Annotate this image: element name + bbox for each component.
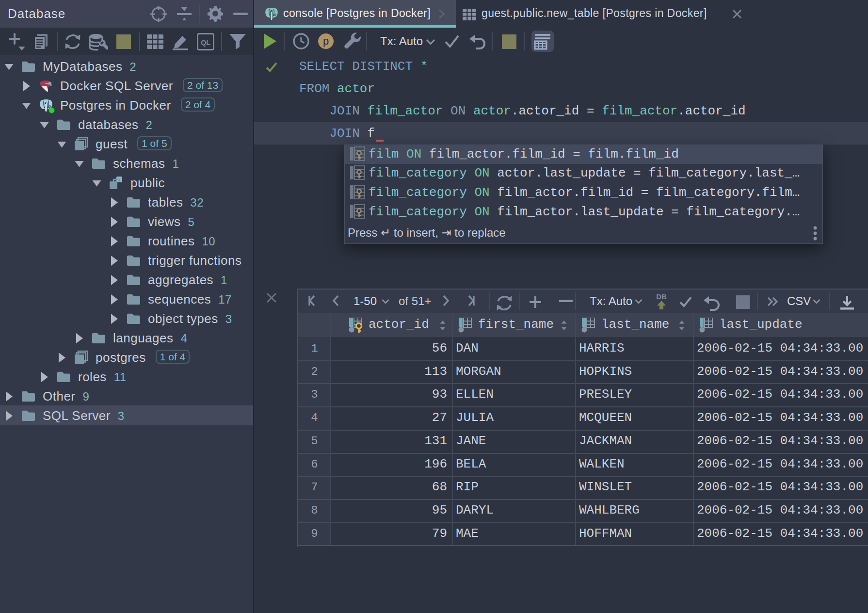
svg-text:p: p (323, 35, 329, 47)
svg-text:QL: QL (201, 39, 210, 47)
svg-text:DB: DB (656, 293, 667, 301)
